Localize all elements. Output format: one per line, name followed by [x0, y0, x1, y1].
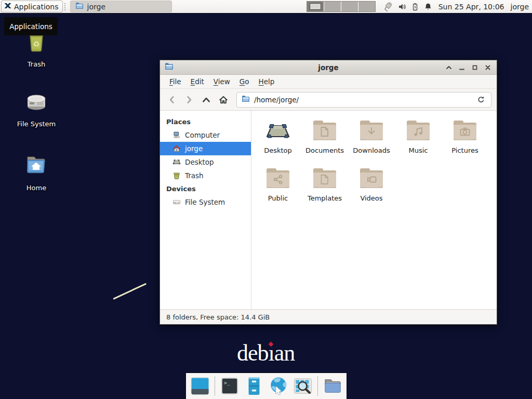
taskbar-window-button[interactable]: jorge: [70, 1, 172, 12]
desktop-icon-file-system[interactable]: File System: [13, 88, 60, 128]
system-tray: [382, 1, 432, 12]
wordmark-text: deb: [237, 340, 269, 366]
sidebar-item-trash[interactable]: Trash: [160, 169, 251, 182]
folder-pictures[interactable]: Pictures: [442, 115, 488, 163]
desktop-icon-home[interactable]: Home: [13, 152, 60, 192]
workspace-3[interactable]: [341, 2, 358, 11]
folder-music-icon: [406, 119, 431, 144]
folder-document-icon: [312, 119, 337, 144]
folder-camera-icon: [453, 119, 477, 144]
back-button[interactable]: [165, 93, 179, 107]
folder-videos[interactable]: Videos: [348, 163, 395, 210]
location-bar[interactable]: /home/jorge/: [236, 92, 491, 108]
dock-recent-folder-button[interactable]: [323, 376, 342, 396]
maximize-button[interactable]: [470, 63, 479, 72]
dock-terminal-button[interactable]: >_: [220, 376, 240, 396]
desktop-pad-icon: [265, 119, 290, 144]
xfce-logo-icon: [4, 2, 12, 11]
folder-label: Videos: [360, 194, 382, 202]
notifications-icon[interactable]: [424, 3, 432, 11]
menu-view[interactable]: View: [209, 76, 235, 87]
panel-username: jorge: [511, 3, 529, 11]
folder-template-icon: [312, 167, 337, 192]
path-folder-icon: [242, 95, 250, 105]
folder-label: Pictures: [451, 147, 478, 154]
sidebar-item-file-system[interactable]: File System: [160, 195, 251, 209]
desktop-icon-label: Trash: [28, 60, 45, 68]
folder-label: Documents: [305, 147, 344, 154]
dock-file-manager-button[interactable]: [244, 376, 264, 396]
menu-go[interactable]: Go: [235, 76, 254, 87]
top-panel: Applications jorge Sun 25 Apr, 10:06 jor…: [0, 0, 532, 13]
folder-templates[interactable]: Templates: [301, 163, 348, 210]
folder-public[interactable]: Public: [255, 163, 301, 210]
sidebar-item-label: Trash: [185, 171, 204, 180]
dock-separator: [317, 376, 318, 396]
applications-menu-label: Applications: [14, 3, 59, 11]
sidebar-header-places: Places: [160, 115, 251, 128]
window-titlebar[interactable]: jorge: [160, 60, 497, 75]
workspace-1[interactable]: [307, 2, 324, 11]
reload-button[interactable]: [476, 95, 486, 105]
volume-icon[interactable]: [398, 3, 406, 11]
tooltip-text: Applications: [9, 22, 52, 31]
sidebar-item-jorge[interactable]: jorge: [160, 142, 251, 155]
folder-desktop[interactable]: Desktop: [255, 115, 301, 163]
forward-button[interactable]: [182, 93, 196, 107]
folder-label: Music: [409, 147, 428, 154]
up-button[interactable]: [200, 93, 213, 107]
sidebar-header-devices: Devices: [160, 182, 251, 195]
shade-button[interactable]: [444, 63, 453, 72]
statusbar-text: 8 folders, Free space: 14.4 GiB: [166, 313, 270, 321]
close-button[interactable]: [483, 63, 492, 72]
folder-music[interactable]: Music: [395, 115, 442, 163]
folder-documents[interactable]: Documents: [301, 115, 348, 163]
sidebar-item-computer[interactable]: Computer: [160, 128, 251, 142]
trash-olive-icon: [172, 171, 181, 180]
drive-big: [24, 88, 49, 115]
desktop-icon-label: File System: [17, 120, 56, 128]
dock-show-desktop-button[interactable]: [190, 376, 210, 396]
menu-edit[interactable]: Edit: [186, 76, 209, 87]
path-text[interactable]: /home/jorge/: [254, 96, 472, 104]
window-body: PlacesComputerjorgeDesktopTrashDevicesFi…: [160, 111, 497, 309]
menubar: FileEditViewGoHelp: [160, 75, 497, 89]
dock-separator: [215, 376, 215, 396]
file-manager-window: jorge FileEditViewGoHelp /home/jorge/ Pl…: [159, 60, 497, 325]
sidebar-item-label: File System: [185, 198, 225, 206]
workspace-window-preview: [310, 3, 321, 10]
sidebar-item-desktop[interactable]: Desktop: [160, 155, 251, 169]
applications-menu-button[interactable]: Applications: [1, 1, 63, 12]
sidebar-item-label: Computer: [185, 131, 220, 139]
home-folder-big: [24, 152, 49, 179]
battery-icon[interactable]: [411, 3, 419, 11]
workspace-2[interactable]: [324, 2, 341, 11]
stray-line-artifact: [113, 283, 147, 300]
svg-text:♻: ♻: [33, 39, 39, 49]
network-icon[interactable]: [382, 1, 393, 12]
folder-view[interactable]: DesktopDocumentsDownloadsMusicPicturesPu…: [251, 111, 497, 309]
folder-label: Downloads: [353, 147, 390, 154]
desktop-pad-icon: [172, 158, 181, 166]
panel-grip[interactable]: [64, 3, 68, 10]
menu-file[interactable]: File: [165, 76, 186, 87]
dock-web-browser-button[interactable]: [269, 376, 288, 396]
sidebar-item-label: Desktop: [185, 158, 214, 166]
wordmark-dot: [269, 342, 274, 347]
folder-label: Templates: [308, 194, 342, 202]
home-button[interactable]: [217, 93, 230, 107]
workspace-pager: [307, 1, 376, 12]
minimize-button[interactable]: [457, 63, 466, 72]
folder-downloads[interactable]: Downloads: [348, 115, 395, 163]
taskbar-window-label: jorge: [87, 3, 105, 11]
folder-label: Public: [268, 194, 288, 202]
folder-label: Desktop: [264, 147, 292, 154]
dock-app-finder-button[interactable]: [293, 376, 313, 396]
workspace-4[interactable]: [358, 2, 375, 11]
folder-video-icon: [359, 167, 384, 192]
folder-share-icon: [265, 167, 290, 192]
desktop-icon-label: Home: [26, 184, 46, 192]
svg-text:>_: >_: [224, 380, 230, 385]
window-icon: [165, 62, 174, 73]
menu-help[interactable]: Help: [254, 76, 280, 87]
